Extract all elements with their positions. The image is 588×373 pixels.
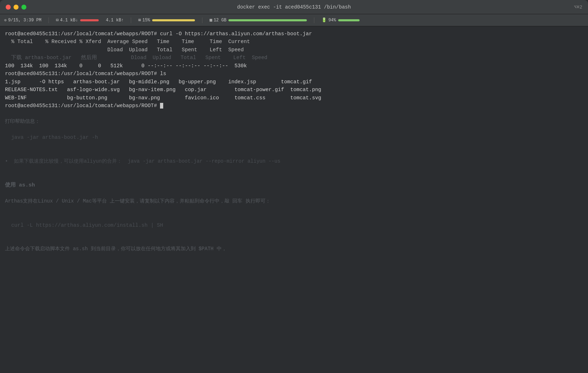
memory-icon: ▦ — [210, 17, 212, 23]
divider-2 — [131, 17, 131, 23]
network-icon: ⊟ — [56, 17, 58, 23]
battery-label: 94% — [328, 18, 336, 23]
cursor — [160, 103, 163, 109]
terminal-content[interactable]: root@aced0455c131:/usr/local/tomcat/weba… — [0, 26, 588, 373]
term-section-title: 使用 as.sh — [5, 181, 583, 189]
network-up: 4.1 kB↑ — [106, 18, 124, 23]
status-network: ⊟ 4.1 kB↓ — [56, 17, 99, 23]
statusbar: ⊙ 9/15, 3:39 PM ⊟ 4.1 kB↓ 4.1 kB↑ ⊞ 15% … — [0, 14, 588, 26]
window-title: docker exec -it aced0455c131 /bin/bash — [237, 4, 351, 10]
window-shortcut: ⌥⌘2 — [574, 4, 582, 10]
term-line-9: WEB-INF bg-button.png bg-nav.png favicon… — [5, 94, 583, 102]
term-desc: Arthas支持在Linux / Unix / Mac等平台 上一键安装，请复制… — [5, 198, 583, 205]
traffic-lights — [6, 5, 26, 10]
term-line-1: root@aced0455c131:/usr/local/tomcat/weba… — [5, 30, 583, 38]
close-button[interactable] — [6, 5, 11, 10]
divider-1 — [48, 17, 49, 23]
cpu-bar — [152, 19, 195, 21]
status-datetime: ⊙ 9/15, 3:39 PM — [4, 18, 41, 23]
divider-4 — [314, 17, 314, 23]
term-line-6: root@aced0455c131:/usr/local/tomcat/weba… — [5, 70, 583, 78]
status-cpu: ⊞ 15% — [138, 17, 195, 23]
status-battery: 🔋 94% — [321, 17, 360, 23]
network-down: 4.1 kB↓ — [60, 18, 78, 23]
terminal-window: docker exec -it aced0455c131 /bin/bash ⌥… — [0, 0, 588, 373]
network-down-bar — [80, 19, 99, 21]
datetime-label: 9/15, 3:39 PM — [8, 18, 42, 23]
term-line-2: % Total % Received % Xferd Average Speed… — [5, 38, 583, 46]
term-cmd-1: java -jar arthas-boot.jar -h — [5, 133, 583, 141]
memory-bar — [228, 19, 307, 21]
term-line-8: RELEASE-NOTES.txt asf-logo-wide.svg bg-n… — [5, 86, 583, 94]
term-cmd-2: curl -L https://arthas.aliyun.com/instal… — [5, 221, 583, 229]
term-note-1: 打印帮助信息： — [5, 118, 583, 126]
status-network-up: 4.1 kB↑ — [106, 18, 124, 23]
cpu-label: 15% — [143, 18, 150, 23]
status-memory: ▦ 12 GB — [210, 17, 307, 23]
term-line-10: root@aced0455c131:/usr/local/tomcat/weba… — [5, 102, 583, 110]
clock-icon: ⊙ — [4, 18, 7, 22]
memory-label: 12 GB — [213, 18, 226, 23]
cpu-icon: ⊞ — [138, 17, 141, 23]
term-line-3: Dload Upload Total Spent Left Speed — [5, 46, 583, 54]
term-line-5: 100 134k 100 134k 0 0 512k 0 --:--:-- --… — [5, 62, 583, 70]
titlebar: docker exec -it aced0455c131 /bin/bash ⌥… — [0, 0, 588, 14]
term-footer: 上述命令会下载启动脚本文件 as.sh 到当前目录，你可以放在任何地方或将其加入… — [5, 245, 583, 253]
battery-bar — [338, 19, 360, 21]
battery-icon: 🔋 — [321, 17, 327, 23]
divider-3 — [202, 17, 202, 23]
minimize-button[interactable] — [14, 5, 19, 10]
maximize-button[interactable] — [21, 5, 26, 10]
term-line-4: 下载 arthas-boot.jar 然后用 Dload Upload Tota… — [5, 54, 583, 62]
term-line-7: 1.jsp -O https arthas-boot.jar bg-middle… — [5, 78, 583, 86]
term-bullet-1: • 如果下载速度比较慢，可以使用aliyun的合并： java -jar art… — [5, 158, 583, 166]
